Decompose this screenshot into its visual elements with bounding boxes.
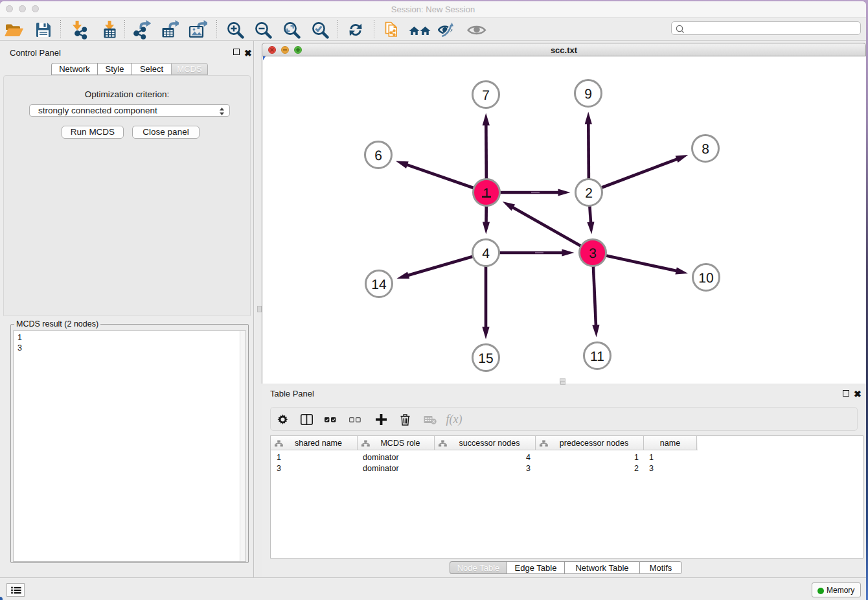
svg-text:6: 6 bbox=[374, 148, 382, 163]
svg-text:1: 1 bbox=[483, 186, 490, 201]
svg-text:11: 11 bbox=[590, 349, 604, 364]
svg-text:15: 15 bbox=[478, 351, 493, 366]
svg-text:3: 3 bbox=[589, 246, 597, 261]
svg-text:9: 9 bbox=[584, 87, 592, 102]
svg-text:8: 8 bbox=[702, 142, 709, 157]
svg-text:14: 14 bbox=[371, 277, 387, 292]
svg-text:7: 7 bbox=[482, 88, 490, 103]
svg-text:2: 2 bbox=[585, 186, 593, 201]
svg-text:10: 10 bbox=[698, 271, 713, 286]
svg-text:4: 4 bbox=[482, 246, 490, 261]
